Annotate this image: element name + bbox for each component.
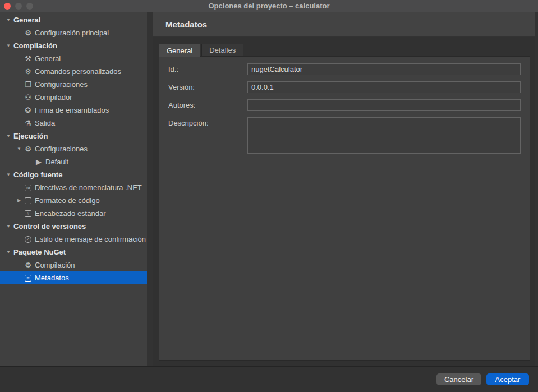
cancel-button[interactable]: Cancelar — [436, 373, 481, 385]
chevron-down-icon[interactable]: ▼ — [15, 142, 23, 155]
options-sidebar: ▼General⚙Configuración principal▼Compila… — [0, 12, 147, 366]
sidebar-item-label: Configuraciones — [35, 80, 88, 89]
descripcion-label: Descripción: — [168, 117, 247, 127]
format-box-icon: ‒ — [25, 197, 31, 204]
chevron-down-icon[interactable]: ▼ — [4, 130, 12, 142]
robot-icon: ⚇ — [23, 91, 33, 104]
sidebar-item-salida[interactable]: ⚗Salida — [0, 117, 147, 130]
sidebar-item-label: Metadatos — [35, 274, 69, 282]
autores-field[interactable] — [247, 99, 521, 111]
sidebar-item-encabezado-estandar[interactable]: #Encabezado estándar — [0, 207, 147, 220]
flask-icon: ⚗ — [23, 117, 33, 130]
chevron-down-icon[interactable]: ▼ — [4, 13, 12, 26]
sidebar-item-compilacion[interactable]: ▼Compilación — [0, 39, 147, 52]
sidebar-item-label: Compilación — [13, 41, 57, 50]
tab-general[interactable]: General — [159, 44, 200, 57]
ab-box-icon: AB — [25, 185, 31, 191]
zoom-button[interactable] — [26, 3, 33, 10]
sidebar-item-metadatos[interactable]: ≡Metadatos — [0, 271, 147, 284]
gear-icon: ⚙ — [23, 26, 33, 39]
sidebar-item-configuraciones[interactable]: ❐Configuraciones — [0, 78, 147, 91]
sidebar-item-codigo-fuente[interactable]: ▼Código fuente — [0, 168, 147, 181]
sidebar-item-label: Configuración principal — [35, 29, 109, 37]
circle-check-icon: ✓ — [25, 236, 31, 243]
badge-icon: ✪ — [23, 104, 33, 117]
sidebar-item-directivas-de-nomenclatura-net[interactable]: ABDirectivas de nomenclatura .NET — [0, 181, 147, 194]
sidebar-item-paquete-nuget[interactable]: ▼Paquete NuGet — [0, 246, 147, 259]
gear-icon: ⚙ — [23, 259, 33, 271]
sidebar-item-label: Firma de ensamblados — [35, 106, 109, 114]
sidebar-item-compilador[interactable]: ⚇Compilador — [0, 91, 147, 104]
id-label: Id.: — [168, 63, 247, 73]
accept-button[interactable]: Aceptar — [486, 373, 529, 385]
hash-box-icon: # — [25, 210, 31, 217]
sidebar-item-configuraciones[interactable]: ▼⚙Configuraciones — [0, 142, 147, 155]
sidebar-item-label: General — [13, 16, 40, 24]
tab-page-general: Id.:Versión:Autores:Descripción: — [159, 56, 530, 361]
form-row-autores: Autores: — [168, 99, 521, 111]
sidebar-item-label: Directivas de nomenclatura .NET — [35, 183, 142, 192]
sidebar-item-ejecucion[interactable]: ▼Ejecución — [0, 130, 147, 142]
sidebar-item-label: Ejecución — [13, 132, 48, 140]
sidebar-item-label: Default — [45, 158, 68, 166]
sidebar-item-compilacion[interactable]: ⚙Compilación — [0, 259, 147, 271]
sidebar-item-label: Salida — [35, 119, 55, 127]
sidebar-item-label: Compilador — [35, 93, 72, 102]
minimize-button[interactable] — [15, 3, 22, 10]
sidebar-item-label: Formateo de código — [35, 196, 100, 205]
window-icon: ❐ — [23, 78, 33, 91]
sidebar-item-label: Paquete NuGet — [13, 248, 66, 256]
form-row-descripcion: Descripción: — [168, 117, 521, 154]
hammer-icon: ⚒ — [23, 52, 33, 65]
sidebar-item-label: Compilación — [35, 261, 75, 269]
sidebar-item-comandos-personalizados[interactable]: ⚙Comandos personalizados — [0, 65, 147, 78]
window-controls — [4, 3, 33, 10]
sidebar-item-label: Control de versiones — [13, 222, 86, 230]
sidebar-item-label: Código fuente — [13, 170, 62, 179]
sidebar-item-general[interactable]: ⚒General — [0, 52, 147, 65]
version-label: Versión: — [168, 81, 247, 91]
autores-label: Autores: — [168, 99, 247, 109]
section-header: Metadatos — [153, 12, 535, 36]
sidebar-item-general[interactable]: ▼General — [0, 13, 147, 26]
play-icon: ▶ — [34, 155, 44, 168]
id-field[interactable] — [247, 63, 521, 75]
sidebar-item-label: Comandos personalizados — [35, 67, 121, 76]
metadata-notebook: GeneralDetalles Id.:Versión:Autores:Desc… — [153, 37, 535, 366]
descripcion-field[interactable] — [247, 117, 521, 154]
sidebar-item-label: Configuraciones — [35, 145, 88, 153]
tab-strip: GeneralDetalles — [159, 44, 245, 57]
version-field[interactable] — [247, 81, 521, 93]
dialog-footer: Cancelar Aceptar — [0, 366, 538, 392]
sidebar-item-formateo-de-codigo[interactable]: ▶‒Formateo de código — [0, 194, 147, 207]
sidebar-item-control-de-versiones[interactable]: ▼Control de versiones — [0, 220, 147, 233]
project-options-dialog: Opciones del proyecto – calculator ▼Gene… — [0, 0, 538, 392]
options-tree: ▼General⚙Configuración principal▼Compila… — [0, 12, 147, 284]
form-row-version: Versión: — [168, 81, 521, 93]
chevron-down-icon[interactable]: ▼ — [4, 220, 12, 233]
form-row-id: Id.: — [168, 63, 521, 75]
sidebar-item-label: Encabezado estándar — [35, 209, 105, 218]
chevron-right-icon[interactable]: ▶ — [15, 194, 23, 207]
page-title: Metadatos — [165, 20, 207, 29]
sidebar-item-estilo-de-mensaje-de-confirmacion[interactable]: ✓Estilo de mensaje de confirmación — [0, 233, 147, 246]
metadata-form: Id.:Versión:Autores:Descripción: — [159, 63, 530, 154]
sidebar-item-label: Estilo de mensaje de confirmación — [35, 235, 146, 243]
titlebar: Opciones del proyecto – calculator — [0, 0, 538, 12]
sidebar-item-configuracion-principal[interactable]: ⚙Configuración principal — [0, 26, 147, 39]
close-button[interactable] — [4, 3, 11, 10]
sidebar-item-default[interactable]: ▶Default — [0, 155, 147, 168]
tab-detalles[interactable]: Detalles — [201, 44, 243, 56]
gear-icon: ⚙ — [23, 142, 33, 155]
chevron-down-icon[interactable]: ▼ — [4, 168, 12, 181]
sidebar-item-firma-de-ensamblados[interactable]: ✪Firma de ensamblados — [0, 104, 147, 117]
sidebar-item-label: General — [35, 54, 61, 63]
chevron-down-icon[interactable]: ▼ — [4, 246, 12, 259]
gear-icon: ⚙ — [23, 65, 33, 78]
chevron-down-icon[interactable]: ▼ — [4, 39, 12, 52]
window-title: Opciones del proyecto – calculator — [208, 2, 329, 10]
doc-lines-icon: ≡ — [25, 275, 31, 282]
